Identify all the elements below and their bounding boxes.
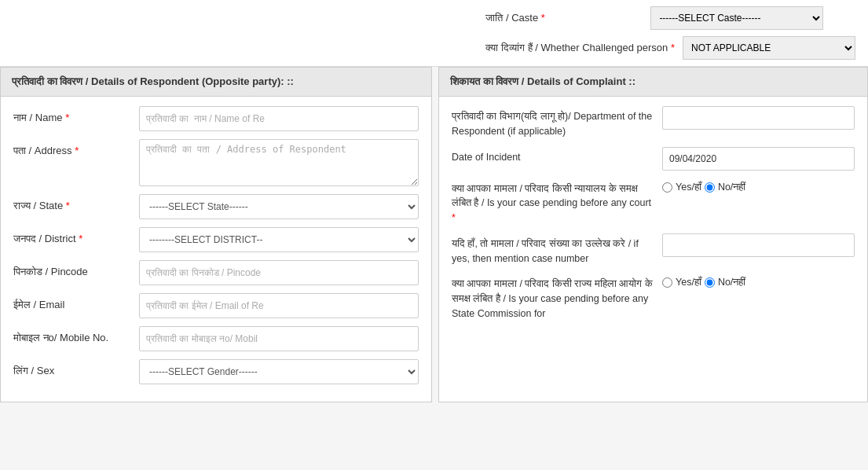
case-number-label: यदि हाँ, तो मामला / परिवाद संख्या का उल्… <box>452 233 656 266</box>
name-input[interactable] <box>139 106 419 131</box>
mobile-row: मोबाइल नo/ Mobile No. <box>13 326 419 351</box>
state-commission-yes-radio[interactable] <box>662 277 672 288</box>
mobile-label: मोबाइल नo/ Mobile No. <box>13 326 139 345</box>
state-row: राज्य / State * ------SELECT State------ <box>13 194 419 219</box>
date-label: Date of Incident <box>452 147 656 165</box>
sex-label: लिंग / Sex <box>13 359 139 378</box>
case-number-input[interactable] <box>662 233 855 257</box>
respondent-section-header: प्रतिवादी का विवरण / Details of Responde… <box>0 67 432 97</box>
court-pending-no-label[interactable]: No/नहीं <box>718 182 745 193</box>
department-row: प्रतिवादी का विभाग(यदि लागू हो)/ Departm… <box>452 106 855 139</box>
email-label: ईमेल / Email <box>13 293 139 312</box>
state-select[interactable]: ------SELECT State------ <box>139 194 419 219</box>
case-number-row: यदि हाँ, तो मामला / परिवाद संख्या का उल्… <box>452 233 855 266</box>
caste-label: जाति / Caste * <box>485 12 643 24</box>
court-pending-yes-radio[interactable] <box>662 182 672 193</box>
district-row: जनपद / District * --------SELECT DISTRIC… <box>13 227 419 252</box>
court-pending-yes-label[interactable]: Yes/हाँ <box>676 182 701 193</box>
mobile-input[interactable] <box>139 326 419 351</box>
sex-select[interactable]: ------SELECT Gender------ <box>139 359 419 384</box>
district-label: जनपद / District * <box>13 227 139 246</box>
state-commission-no-radio[interactable] <box>705 277 715 288</box>
sex-row: लिंग / Sex ------SELECT Gender------ <box>13 359 419 384</box>
date-row: Date of Incident <box>452 147 855 171</box>
state-commission-label: क्या आपका मामला / परिवाद किसी राज्य महिल… <box>452 274 656 321</box>
court-pending-no-radio[interactable] <box>705 182 715 193</box>
complaint-section-header: शिकायत का विवरण / Details of Complaint :… <box>438 67 868 97</box>
state-label: राज्य / State * <box>13 194 139 213</box>
date-input[interactable] <box>662 147 855 171</box>
court-pending-radio-group: Yes/हाँ No/नहीं <box>662 178 745 193</box>
caste-select[interactable]: ------SELECT Caste------ <box>650 6 823 30</box>
disability-label: क्या दिव्यांग हैं / Whether Challenged p… <box>485 42 675 54</box>
address-row: पता / Address * <box>13 139 419 186</box>
address-input[interactable] <box>139 139 419 186</box>
department-input[interactable] <box>662 106 855 130</box>
disability-select[interactable]: NOT APPLICABLE YES NO <box>683 36 855 60</box>
district-select[interactable]: --------SELECT DISTRICT-- <box>139 227 419 252</box>
address-label: पता / Address * <box>13 139 139 158</box>
name-row: नाम / Name * <box>13 106 419 131</box>
court-pending-row: क्या आपका मामला / परिवाद किसी न्यायालय क… <box>452 178 855 226</box>
name-label: नाम / Name * <box>13 106 139 125</box>
pincode-label: पिनकोड / Pincode <box>13 260 139 279</box>
state-commission-no-label[interactable]: No/नहीं <box>718 277 745 288</box>
state-commission-row: क्या आपका मामला / परिवाद किसी राज्य महिल… <box>452 274 855 321</box>
email-row: ईमेल / Email <box>13 293 419 318</box>
state-commission-radio-group: Yes/हाँ No/नहीं <box>662 274 745 288</box>
department-label: प्रतिवादी का विभाग(यदि लागू हो)/ Departm… <box>452 106 656 139</box>
pincode-row: पिनकोड / Pincode <box>13 260 419 285</box>
state-commission-yes-label[interactable]: Yes/हाँ <box>676 277 701 288</box>
court-pending-label: क्या आपका मामला / परिवाद किसी न्यायालय क… <box>452 178 656 226</box>
pincode-input[interactable] <box>139 260 419 285</box>
email-input[interactable] <box>139 293 419 318</box>
